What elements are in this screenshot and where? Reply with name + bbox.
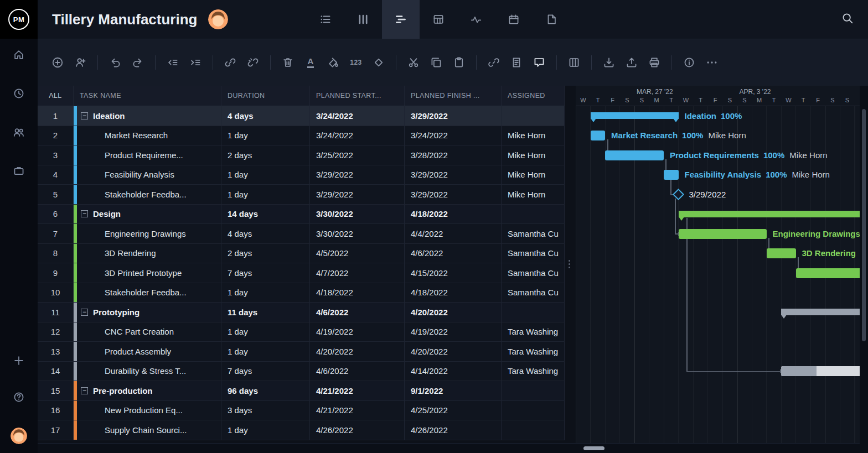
assigned-cell[interactable] [502,401,565,420]
planned-start-cell[interactable]: 3/29/2022 [310,165,405,185]
gantt-task-bar[interactable] [591,131,606,140]
assigned-cell[interactable]: Tara Washing [502,342,565,361]
table-row[interactable]: 5Stakeholder Feedba...1 day3/29/20223/29… [38,185,565,205]
recent-icon[interactable] [13,87,25,100]
table-row[interactable]: 10Stakeholder Feedba...1 day4/18/20224/1… [38,283,565,303]
table-row[interactable]: 14Durability & Stress T...7 days4/6/2022… [38,362,565,382]
planned-finish-cell[interactable]: 4/20/2022 [405,342,502,361]
planned-start-cell[interactable]: 4/26/2022 [310,420,405,440]
column-header-planned-start[interactable]: PLANNED START... [310,86,405,106]
planned-finish-cell[interactable]: 4/26/2022 [405,420,502,440]
cut-button[interactable] [407,56,420,69]
table-gantt-splitter[interactable] [565,86,576,453]
duration-cell[interactable]: 11 days [221,303,310,322]
search-button[interactable] [841,12,856,27]
columns-button[interactable] [567,56,581,69]
duration-cell[interactable]: 7 days [221,362,310,381]
column-header-duration[interactable]: DURATION [221,86,310,106]
project-owner-avatar[interactable] [208,9,228,29]
duration-cell[interactable]: 2 days [221,244,310,263]
table-row[interactable]: 15−Pre-production96 days4/21/20229/1/202… [38,381,565,401]
horizontal-scrollbar[interactable] [38,443,860,453]
planned-finish-cell[interactable]: 9/1/2022 [405,381,502,400]
planned-start-cell[interactable]: 3/30/2022 [310,205,405,224]
planned-start-cell[interactable]: 4/19/2022 [310,322,405,342]
planned-start-cell[interactable]: 3/25/2022 [310,145,405,165]
collapse-toggle-icon[interactable]: − [81,112,88,119]
add-task-button[interactable] [51,56,64,69]
tab-gantt[interactable] [382,0,420,39]
assigned-cell[interactable]: Mike Horn [502,145,565,165]
planned-finish-cell[interactable]: 4/18/2022 [405,205,502,224]
print-button[interactable] [648,56,661,69]
help-icon[interactable] [13,391,25,403]
task-name-cell[interactable]: Supply Chain Sourci... [74,420,221,440]
row-number-cell[interactable]: 8 [38,244,74,263]
assigned-cell[interactable]: Tara Washing [502,322,565,342]
projects-icon[interactable] [13,165,25,177]
planned-finish-cell[interactable]: 3/29/2022 [405,106,502,126]
fill-color-button[interactable] [327,56,340,69]
column-header-assigned[interactable]: ASSIGNED [502,86,565,106]
delete-button[interactable] [281,56,294,69]
horizontal-scrollbar-thumb[interactable] [583,446,604,450]
assigned-cell[interactable]: Mike Horn [502,165,565,185]
duration-cell[interactable]: 3 days [221,401,310,420]
assigned-cell[interactable]: Tara Washing [502,362,565,381]
notes-button[interactable] [510,56,523,69]
row-number-cell[interactable]: 16 [38,401,74,420]
column-header-planned-finish[interactable]: PLANNED FINISH ... [405,86,502,106]
table-row[interactable]: 83D Rendering2 days4/5/20224/6/2022Saman… [38,244,565,264]
undo-button[interactable] [108,56,122,69]
assigned-cell[interactable]: Samantha Cu [502,224,565,243]
gantt-task-bar[interactable] [664,170,679,180]
assigned-cell[interactable] [502,303,565,322]
assigned-cell[interactable]: Samantha Cu [502,244,565,263]
duration-cell[interactable]: 1 day [221,185,310,204]
task-name-cell[interactable]: Product Requireme... [74,145,221,165]
planned-finish-cell[interactable]: 3/29/2022 [405,165,502,185]
gantt-summary-bar[interactable] [679,211,860,217]
task-name-cell[interactable]: Durability & Stress T... [74,362,221,381]
duration-cell[interactable]: 7 days [221,263,310,283]
duration-cell[interactable]: 4 days [221,106,310,126]
gantt-task-bar[interactable] [767,248,796,258]
gantt-summary-bar[interactable] [591,112,679,119]
task-name-cell[interactable]: −Design [74,205,221,224]
task-name-cell[interactable]: CNC Part Creation [74,322,221,342]
row-number-cell[interactable]: 5 [38,185,74,204]
task-name-cell[interactable]: −Pre-production [74,381,221,400]
task-name-cell[interactable]: Product Assembly [74,342,221,361]
table-row[interactable]: 4Feasibility Analysis1 day3/29/20223/29/… [38,165,565,185]
table-row[interactable]: 6−Design14 days3/30/20224/18/2022 [38,205,565,225]
task-name-cell[interactable]: Stakeholder Feedba... [74,185,221,204]
row-number-cell[interactable]: 13 [38,342,74,361]
copy-button[interactable] [430,56,443,69]
planned-start-cell[interactable]: 3/24/2022 [310,126,405,145]
planned-start-cell[interactable]: 3/24/2022 [310,106,405,126]
assign-user-button[interactable] [74,56,87,69]
gantt-task-bar[interactable] [679,229,767,239]
row-number-cell[interactable]: 14 [38,362,74,381]
row-number-cell[interactable]: 15 [38,381,74,400]
link-tasks-button[interactable] [224,56,237,69]
task-name-cell[interactable]: 3D Rendering [74,244,221,263]
indent-button[interactable] [189,56,202,69]
planned-start-cell[interactable]: 4/20/2022 [310,342,405,361]
more-button[interactable] [705,56,719,69]
column-header-all[interactable]: ALL [38,86,74,106]
duration-cell[interactable]: 1 day [221,420,310,440]
table-row[interactable]: 16New Production Eq...3 days4/21/20224/2… [38,401,565,421]
planned-start-cell[interactable]: 4/7/2022 [310,263,405,283]
assigned-cell[interactable] [502,205,565,224]
assigned-cell[interactable]: Samantha Cu [502,263,565,283]
planned-finish-cell[interactable]: 3/28/2022 [405,145,502,165]
row-number-cell[interactable]: 10 [38,283,74,303]
planned-start-cell[interactable]: 4/6/2022 [310,303,405,322]
table-row[interactable]: 93D Printed Prototype7 days4/7/20224/15/… [38,263,565,283]
task-name-cell[interactable]: Market Research [74,126,221,145]
assigned-cell[interactable] [502,420,565,440]
planned-finish-cell[interactable]: 4/14/2022 [405,362,502,381]
redo-button[interactable] [131,56,144,69]
duration-cell[interactable]: 1 day [221,165,310,185]
